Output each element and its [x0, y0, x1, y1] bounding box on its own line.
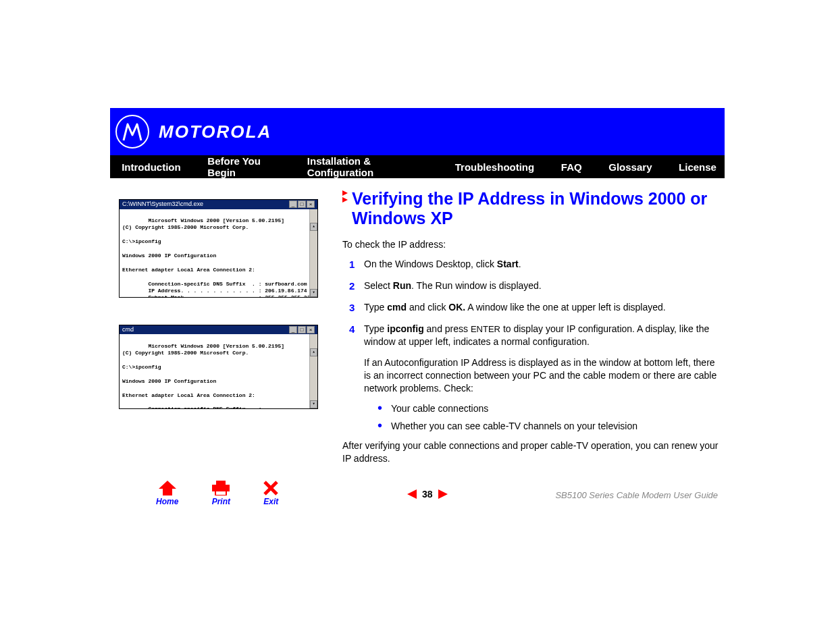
- cmd-window-titlebar: cmd _ □ ×: [120, 325, 317, 335]
- cmd-window-title: cmd: [122, 326, 134, 334]
- exit-icon: [263, 481, 278, 495]
- window-controls: _ □ ×: [289, 200, 315, 208]
- nav-before-you-begin[interactable]: Before You Begin: [199, 155, 288, 178]
- footer-actions: Home Print Exit: [156, 481, 278, 506]
- scrollbar[interactable]: ▴ ▾: [309, 209, 317, 297]
- minimize-icon[interactable]: _: [289, 200, 297, 208]
- cmd-window-titlebar: C:\WINNT\System32\cmd.exe _ □ ×: [120, 200, 317, 209]
- page-nav: 38: [407, 489, 448, 500]
- nav-installation[interactable]: Installation & Configuration: [299, 155, 431, 178]
- maximize-icon[interactable]: □: [298, 326, 306, 333]
- nav-license[interactable]: License: [671, 161, 725, 173]
- cmd-body: Microsoft Windows 2000 [Version 5.00.219…: [120, 334, 317, 408]
- nav-bar: Introduction Before You Begin Installati…: [110, 155, 725, 178]
- step-4: 4Type ipconfig and press ENTER to displa…: [349, 323, 721, 348]
- svg-marker-2: [159, 481, 176, 495]
- motorola-logo-icon: [115, 115, 149, 149]
- nav-glossary[interactable]: Glossary: [600, 161, 660, 173]
- minimize-icon[interactable]: _: [289, 326, 297, 333]
- exit-button[interactable]: Exit: [263, 481, 278, 506]
- scroll-up-icon[interactable]: ▴: [310, 348, 317, 356]
- svg-rect-4: [216, 481, 226, 485]
- check-list: Your cable connections Whether you can s…: [377, 403, 721, 431]
- nav-faq[interactable]: FAQ: [553, 161, 590, 173]
- svg-marker-9: [438, 489, 448, 499]
- home-icon: [159, 481, 176, 495]
- svg-marker-8: [407, 489, 417, 499]
- step-2: 2Select Run. The Run window is displayed…: [349, 279, 721, 293]
- step-1: 1On the Windows Desktop, click Start.: [349, 258, 721, 271]
- intro-text: To check the IP address:: [342, 239, 721, 250]
- close-icon[interactable]: ×: [307, 326, 315, 333]
- svg-marker-1: [342, 197, 348, 203]
- steps-list: 1On the Windows Desktop, click Start. 2S…: [349, 258, 721, 349]
- maximize-icon[interactable]: □: [298, 200, 306, 208]
- cmd-window-normal: C:\WINNT\System32\cmd.exe _ □ × Microsof…: [119, 199, 318, 298]
- check-item-cables: Your cable connections: [377, 403, 721, 414]
- svg-marker-0: [342, 190, 348, 196]
- page-number: 38: [422, 489, 433, 500]
- text-column: Verifying the IP Address in Windows 2000…: [342, 189, 721, 464]
- cmd-window-autoconfig: cmd _ □ × Microsoft Windows 2000 [Versio…: [119, 325, 318, 410]
- autoconfig-paragraph: If an Autoconfiguration IP Address is di…: [364, 356, 721, 395]
- print-button[interactable]: Print: [211, 481, 231, 506]
- heading-arrow-icon: [342, 189, 350, 198]
- nav-troubleshooting[interactable]: Troubleshooting: [447, 161, 543, 173]
- after-paragraph: After verifying your cable connections a…: [342, 439, 721, 465]
- home-button[interactable]: Home: [156, 481, 178, 506]
- scrollbar[interactable]: ▴ ▾: [309, 334, 317, 408]
- check-item-tv: Whether you can see cable-TV channels on…: [377, 421, 721, 431]
- page-title: Verifying the IP Address in Windows 2000…: [342, 189, 721, 228]
- close-icon[interactable]: ×: [307, 200, 315, 208]
- print-label: Print: [212, 497, 230, 506]
- cmd-output: Microsoft Windows 2000 [Version 5.00.219…: [122, 217, 317, 297]
- window-controls: _ □ ×: [289, 326, 315, 333]
- brand-text: MOTOROLA: [159, 122, 271, 142]
- cmd-window-title: C:\WINNT\System32\cmd.exe: [122, 200, 203, 209]
- guide-title: SB5100 Series Cable Modem User Guide: [555, 490, 718, 500]
- page-footer: Home Print Exit 38 SB5100 Series Cable M…: [110, 481, 725, 512]
- step-3: 3Type cmd and click OK. A window like th…: [349, 301, 721, 315]
- scroll-down-icon[interactable]: ▾: [310, 289, 317, 297]
- home-label: Home: [156, 497, 178, 506]
- exit-label: Exit: [263, 497, 278, 506]
- scroll-up-icon[interactable]: ▴: [310, 223, 317, 231]
- printer-icon: [211, 481, 231, 495]
- cmd-body: Microsoft Windows 2000 [Version 5.00.219…: [120, 209, 317, 297]
- nav-introduction[interactable]: Introduction: [113, 161, 188, 173]
- page-title-text: Verifying the IP Address in Windows 2000…: [352, 189, 721, 228]
- next-page-button[interactable]: [438, 489, 448, 499]
- scroll-down-icon[interactable]: ▾: [310, 400, 317, 408]
- cmd-output: Microsoft Windows 2000 [Version 5.00.219…: [122, 343, 307, 409]
- screenshot-column: C:\WINNT\System32\cmd.exe _ □ × Microsof…: [119, 199, 318, 436]
- prev-page-button[interactable]: [407, 489, 417, 499]
- header-bar: MOTOROLA: [110, 108, 725, 155]
